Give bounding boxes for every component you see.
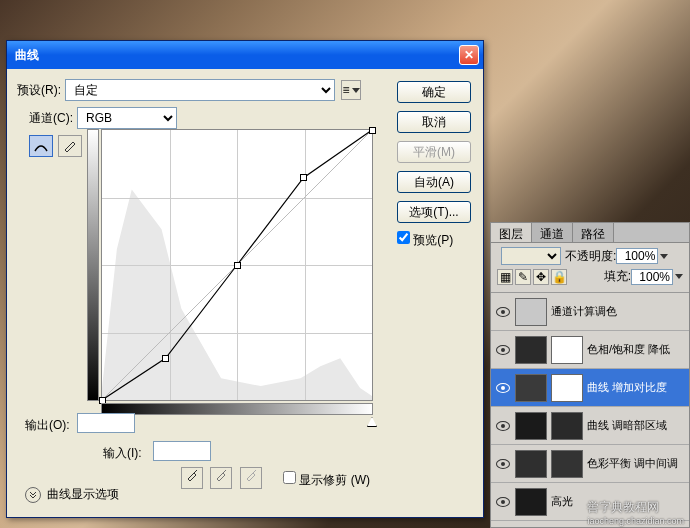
layer-thumb[interactable] bbox=[515, 488, 547, 516]
layer-name: 色相/饱和度 降低 bbox=[587, 342, 687, 357]
curves-dialog: 曲线 ✕ 预设(R): 自定 ≡ 通道(C): RGB bbox=[6, 40, 484, 518]
input-gradient bbox=[101, 403, 373, 415]
layer-thumb[interactable] bbox=[551, 374, 583, 402]
visibility-icon[interactable] bbox=[496, 421, 510, 431]
dialog-title: 曲线 bbox=[11, 47, 459, 64]
layer-mask-thumb[interactable] bbox=[515, 450, 547, 478]
layer-thumb[interactable] bbox=[515, 298, 547, 326]
preset-label: 预设(R): bbox=[17, 82, 61, 99]
layer-name: 色彩平衡 调中间调 bbox=[587, 456, 687, 471]
input-input[interactable] bbox=[153, 441, 211, 461]
curve-point[interactable] bbox=[369, 127, 376, 134]
black-eyedropper[interactable] bbox=[181, 467, 203, 489]
menu-icon: ≡ bbox=[342, 83, 349, 97]
chevron-down-icon[interactable] bbox=[660, 254, 668, 259]
visibility-icon[interactable] bbox=[496, 307, 510, 317]
preset-select[interactable]: 自定 bbox=[65, 79, 335, 101]
expand-options[interactable]: 曲线显示选项 bbox=[25, 486, 119, 503]
curve-point[interactable] bbox=[162, 355, 169, 362]
lock-all-button[interactable]: 🔒 bbox=[551, 269, 567, 285]
layer-list: 通道计算调色色相/饱和度 降低曲线 增加对比度曲线 调暗部区域色彩平衡 调中间调… bbox=[491, 293, 689, 521]
opacity-value[interactable]: 100% bbox=[616, 248, 658, 264]
layer-name: 通道计算调色 bbox=[551, 304, 687, 319]
curve-graph[interactable] bbox=[101, 129, 373, 401]
panel-tabs: 图层 通道 路径 bbox=[491, 223, 689, 243]
white-eyedropper[interactable] bbox=[240, 467, 262, 489]
eyedropper-icon bbox=[214, 468, 228, 482]
input-label: 输入(I): bbox=[103, 445, 142, 462]
layer-thumb[interactable] bbox=[551, 336, 583, 364]
gray-eyedropper[interactable] bbox=[210, 467, 232, 489]
expand-icon[interactable] bbox=[25, 487, 41, 503]
visibility-icon[interactable] bbox=[496, 383, 510, 393]
curve-tool-button[interactable] bbox=[29, 135, 53, 157]
tab-channels[interactable]: 通道 bbox=[532, 223, 573, 242]
tab-paths[interactable]: 路径 bbox=[573, 223, 614, 242]
pencil-tool-button[interactable] bbox=[58, 135, 82, 157]
lock-transparency-button[interactable]: ▦ bbox=[497, 269, 513, 285]
show-clipping-input[interactable] bbox=[283, 471, 296, 484]
channel-select[interactable]: RGB bbox=[77, 107, 177, 129]
white-point-slider[interactable] bbox=[367, 417, 377, 427]
layer-name: 曲线 增加对比度 bbox=[587, 380, 687, 395]
curve-point[interactable] bbox=[300, 174, 307, 181]
fill-value[interactable]: 100% bbox=[631, 269, 673, 285]
preset-menu-button[interactable]: ≡ bbox=[341, 80, 361, 100]
layer-item[interactable]: 通道计算调色 bbox=[491, 293, 689, 331]
options-button[interactable]: 选项(T)... bbox=[397, 201, 471, 223]
cancel-button[interactable]: 取消 bbox=[397, 111, 471, 133]
layer-item[interactable]: 曲线 增加对比度 bbox=[491, 369, 689, 407]
visibility-icon[interactable] bbox=[496, 497, 510, 507]
show-clipping-checkbox[interactable]: 显示修剪 (W) bbox=[283, 471, 370, 489]
chevron-down-icon[interactable] bbox=[675, 274, 683, 279]
layers-panel: 图层 通道 路径 不透明度: 100% ▦ ✎ ✥ 🔒 填充: 100% 通道计… bbox=[490, 222, 690, 528]
layer-thumb[interactable] bbox=[551, 412, 583, 440]
eyedropper-icon bbox=[244, 468, 258, 482]
lock-position-button[interactable]: ✥ bbox=[533, 269, 549, 285]
output-input[interactable] bbox=[77, 413, 135, 433]
titlebar[interactable]: 曲线 ✕ bbox=[7, 41, 483, 69]
curve-point[interactable] bbox=[234, 262, 241, 269]
preview-input[interactable] bbox=[397, 231, 410, 244]
opacity-label: 不透明度: bbox=[565, 248, 616, 265]
chevron-double-down-icon bbox=[29, 491, 37, 499]
layer-item[interactable]: 色相/饱和度 降低 bbox=[491, 331, 689, 369]
layer-mask-thumb[interactable] bbox=[515, 374, 547, 402]
lock-pixels-button[interactable]: ✎ bbox=[515, 269, 531, 285]
layer-item[interactable]: 曲线 调暗部区域 bbox=[491, 407, 689, 445]
fill-label: 填充: bbox=[604, 268, 631, 285]
curve-icon bbox=[33, 139, 49, 153]
smooth-button[interactable]: 平滑(M) bbox=[397, 141, 471, 163]
eyedroppers bbox=[181, 467, 266, 489]
layer-mask-thumb[interactable] bbox=[515, 412, 547, 440]
auto-button[interactable]: 自动(A) bbox=[397, 171, 471, 193]
eyedropper-icon bbox=[185, 468, 199, 482]
chevron-down-icon bbox=[352, 88, 360, 93]
visibility-icon[interactable] bbox=[496, 345, 510, 355]
output-label: 输出(O): bbox=[25, 417, 70, 434]
blend-mode-select[interactable] bbox=[501, 247, 561, 265]
layer-mask-thumb[interactable] bbox=[515, 336, 547, 364]
layer-item[interactable]: 色彩平衡 调中间调 bbox=[491, 445, 689, 483]
watermark: 喾字典教程网 iaocheng.chazidian.com bbox=[587, 499, 684, 526]
layer-thumb[interactable] bbox=[551, 450, 583, 478]
preview-checkbox[interactable]: 预览(P) bbox=[397, 233, 453, 247]
channel-label: 通道(C): bbox=[29, 110, 73, 127]
close-button[interactable]: ✕ bbox=[459, 45, 479, 65]
pencil-icon bbox=[62, 139, 78, 153]
ok-button[interactable]: 确定 bbox=[397, 81, 471, 103]
tab-layers[interactable]: 图层 bbox=[491, 223, 532, 242]
layer-name: 曲线 调暗部区域 bbox=[587, 418, 687, 433]
visibility-icon[interactable] bbox=[496, 459, 510, 469]
output-gradient bbox=[87, 129, 99, 401]
